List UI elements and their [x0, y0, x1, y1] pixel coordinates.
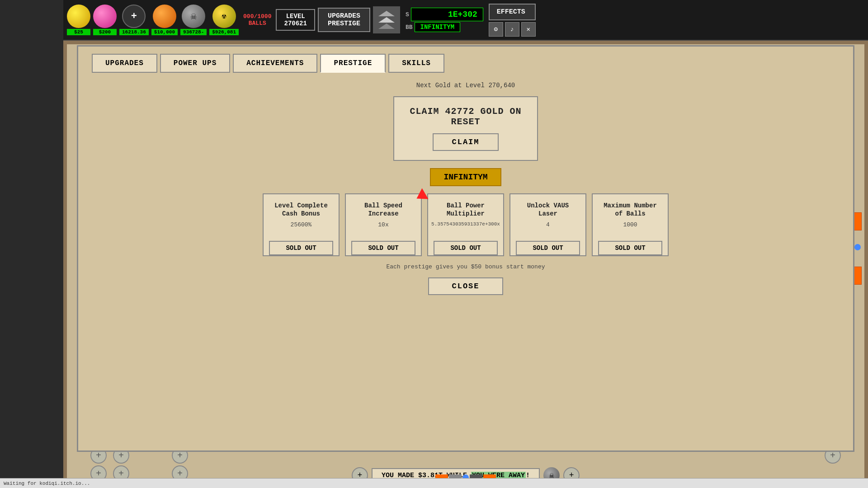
- upgrades-label: UPGRADES: [328, 12, 360, 20]
- upgrade-card-4-value: 1000: [623, 221, 637, 228]
- effects-button[interactable]: EFFECTS: [489, 4, 536, 20]
- chevron-2: [378, 17, 395, 23]
- ball-plus-price: 16218.36: [119, 29, 149, 35]
- upgrade-card-4: Maximum Number of Balls 1000 SOLD OUT: [592, 193, 669, 256]
- upgrade-card-2-value: 5.357543035931337e+300x: [431, 221, 500, 227]
- prestige-label: PRESTIGE: [328, 20, 360, 28]
- ball-skull-btn[interactable]: ☠ 936728-: [180, 5, 207, 35]
- ball-orange-btn[interactable]: $10,000: [151, 5, 178, 35]
- ball-pink-btn[interactable]: $200: [93, 5, 117, 35]
- ball-radio-btn[interactable]: ☢ $926,081: [209, 5, 239, 35]
- effects-group: EFFECTS ⚙ ♪ ✕: [489, 4, 536, 37]
- prestige-bonus-text: Each prestige gives you $50 bonus start …: [386, 263, 545, 270]
- upgrade-card-0-title: Level Complete Cash Bonus: [269, 202, 333, 218]
- tab-upgrades[interactable]: UPGRADES: [92, 54, 157, 73]
- upgrade-card-3-title: Unlock VAUS Laser: [516, 202, 580, 218]
- ball-plus-btn[interactable]: + 16218.36: [119, 5, 149, 35]
- claim-gold-text: CLAIM 42772 GOLD ON RESET: [408, 106, 524, 127]
- chevron-1: [378, 11, 395, 16]
- upgrade-card-1-value: 10x: [378, 221, 388, 228]
- ball-yellow-price: $25: [67, 29, 90, 35]
- ball-yellow-btn[interactable]: $25: [67, 5, 90, 35]
- tab-prestige[interactable]: PRESTIGE: [320, 54, 386, 73]
- upgrade-card-1-title: Ball Speed Increase: [351, 202, 415, 218]
- upgrade-card-0-value: 25600%: [291, 221, 312, 228]
- upgrade-card-1-button[interactable]: SOLD OUT: [351, 241, 415, 255]
- status-bar: Waiting for kodiqi.itch.io...: [0, 478, 868, 488]
- level-label: LEVEL: [284, 13, 307, 20]
- next-gold-text: Next Gold at Level 270,640: [416, 82, 515, 89]
- upgrade-card-3-button[interactable]: SOLD OUT: [516, 241, 580, 255]
- scroll-handle-orange-1[interactable]: [854, 212, 862, 230]
- upgrades-prestige-button[interactable]: UPGRADES PRESTIGE: [318, 8, 370, 32]
- upgrade-card-2-button[interactable]: SOLD OUT: [434, 241, 498, 255]
- ball-pink-price: $200: [93, 29, 117, 35]
- settings-icon[interactable]: ⚙: [489, 22, 503, 37]
- ball-radio-price: $926,081: [209, 29, 239, 35]
- ball-yellow-icon: [67, 5, 90, 28]
- ball-plus-icon: +: [122, 5, 146, 28]
- upgrade-card-2: Ball Power Multiplier 5.357543035931337e…: [427, 193, 504, 256]
- left-sidebar: [0, 0, 63, 488]
- currency-s-label: S: [406, 11, 409, 18]
- ball-skull-icon: ☠: [182, 5, 205, 28]
- balls-counter: 000/1000 BALLS: [243, 13, 271, 27]
- scroll-handle-orange-2[interactable]: [854, 267, 862, 285]
- top-bar: $25 $200 + 16218.36 $10,000 ☠ 936728- ☢ …: [63, 0, 868, 41]
- ball-orange-icon: [153, 5, 176, 28]
- mute-icon[interactable]: ♪: [505, 22, 519, 37]
- upgrade-cards: Level Complete Cash Bonus 25600% SOLD OU…: [96, 193, 835, 256]
- infinity-badge[interactable]: INFINITYM: [430, 168, 501, 186]
- tab-achievements[interactable]: ACHIEVEMENTS: [233, 54, 317, 73]
- prestige-content: Next Gold at Level 270,640 CLAIM 42772 G…: [78, 73, 853, 304]
- currency-name: INFINITYM: [415, 22, 461, 32]
- claim-button[interactable]: CLAIM: [433, 133, 498, 151]
- tab-skills[interactable]: SKILLS: [388, 54, 444, 73]
- close-icon[interactable]: ✕: [521, 22, 536, 37]
- upgrade-card-4-button[interactable]: SOLD OUT: [598, 241, 662, 255]
- effects-controls: ⚙ ♪ ✕: [489, 22, 536, 37]
- upgrade-card-0: Level Complete Cash Bonus 25600% SOLD OU…: [263, 193, 340, 256]
- level-value: 270621: [284, 20, 307, 27]
- status-text: Waiting for kodiqi.itch.io...: [4, 481, 90, 486]
- ball-orange-price: $10,000: [151, 29, 178, 35]
- balls-label: BALLS: [249, 20, 266, 27]
- upgrade-card-4-title: Maximum Number of Balls: [598, 202, 662, 218]
- modal-overlay: UPGRADES POWER UPS ACHIEVEMENTS PRESTIGE…: [77, 45, 854, 452]
- currency-bb-label: BB: [406, 24, 413, 31]
- ball-radio-icon: ☢: [212, 5, 236, 28]
- level-box: LEVEL 270621: [276, 9, 315, 31]
- upgrade-card-0-button[interactable]: SOLD OUT: [269, 241, 333, 255]
- balls-current: 000/1000: [243, 13, 271, 20]
- rank-chevrons: [378, 11, 395, 29]
- currency-value: 1E+302: [411, 8, 483, 21]
- chevron-3: [378, 23, 395, 29]
- scroll-dot-blue: [854, 244, 861, 250]
- claim-box: CLAIM 42772 GOLD ON RESET CLAIM: [393, 96, 538, 161]
- tabs-row: UPGRADES POWER UPS ACHIEVEMENTS PRESTIGE…: [78, 47, 853, 73]
- upgrade-card-3: Unlock VAUS Laser 4 SOLD OUT: [509, 193, 586, 256]
- ball-skull-price: 936728-: [180, 29, 207, 35]
- close-button[interactable]: CLOSE: [428, 277, 503, 295]
- ball-pink-icon: [93, 5, 117, 28]
- upgrade-card-2-title: Ball Power Multiplier: [434, 202, 498, 218]
- upgrade-card-3-value: 4: [546, 221, 550, 228]
- tab-powerups[interactable]: POWER UPS: [160, 54, 230, 73]
- currency-display-group: S 1E+302 BB INFINITYM: [406, 8, 483, 32]
- rank-icon: [373, 6, 400, 33]
- game-area: 197.70P 197.70P ☠ + + + + + + + + + + + …: [63, 41, 868, 488]
- upgrade-card-1: Ball Speed Increase 10x SOLD OUT: [345, 193, 422, 256]
